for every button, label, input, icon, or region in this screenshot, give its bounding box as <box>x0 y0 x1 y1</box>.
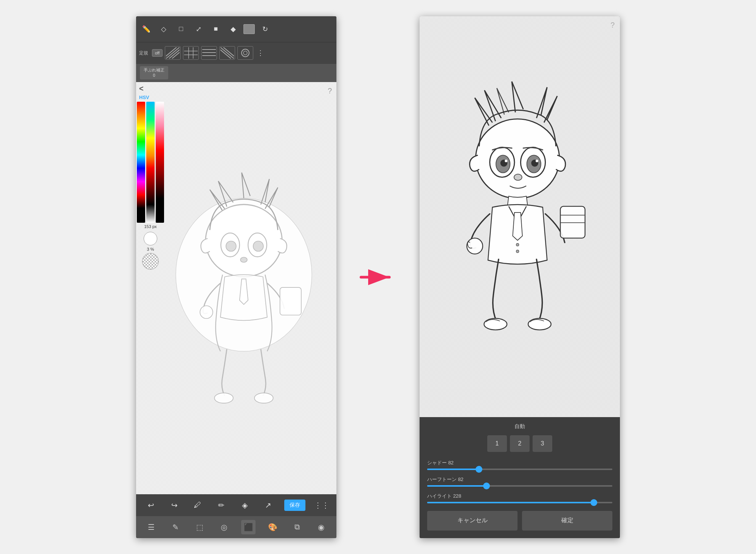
bottom-panel-right: 自動 1 2 3 シャドー 82 ハーフトーン <box>420 417 620 538</box>
palette-button[interactable]: 🎨 <box>265 520 280 534</box>
preset-buttons: 1 2 3 <box>427 435 612 452</box>
svg-point-14 <box>242 49 249 57</box>
ruler-menu-button[interactable]: ⋮ <box>257 49 264 57</box>
auto-label: 自動 <box>427 423 612 430</box>
shadow-slider-thumb[interactable] <box>476 466 482 473</box>
layers-button[interactable]: ⧉ <box>290 520 304 534</box>
preset-button-1[interactable]: 1 <box>487 435 507 452</box>
opacity-label: 3 % <box>147 247 154 251</box>
highlight-slider-track[interactable] <box>427 502 612 503</box>
ruler-label: 定規 <box>139 50 148 56</box>
fill-tool-btn[interactable]: ■ <box>209 22 223 36</box>
collapse-button[interactable]: < <box>139 84 144 93</box>
canvas-area-right[interactable]: ? <box>420 16 620 417</box>
opacity-preview <box>142 253 159 270</box>
arrow-container <box>359 266 397 289</box>
edit-button[interactable]: ✎ <box>168 520 183 534</box>
hsv-label[interactable]: HSV <box>139 95 149 100</box>
svg-point-40 <box>516 250 519 253</box>
ruler-pattern-horizontal[interactable] <box>201 46 217 60</box>
svg-point-26 <box>254 393 273 403</box>
brush-size-preview <box>144 232 157 245</box>
toolbar-bottom-2: ☰ ✎ ⬚ ◎ ⬛ 🎨 ⧉ ◉ <box>136 516 336 538</box>
svg-point-15 <box>243 51 247 55</box>
svg-line-11 <box>220 47 234 59</box>
target-button[interactable]: ◉ <box>314 520 328 534</box>
rect-tool-btn[interactable]: □ <box>174 22 188 36</box>
svg-point-23 <box>200 306 213 318</box>
color-tool-btn[interactable] <box>243 24 255 34</box>
brush-size-label: 153 px <box>144 224 156 229</box>
highlight-label: ハイライト 228 <box>427 493 612 500</box>
eraser-button[interactable]: ◈ <box>237 498 252 512</box>
help-icon-left[interactable]: ? <box>328 87 332 95</box>
stabilizer-button[interactable]: 手ぶれ補正 0 <box>140 66 168 79</box>
toolbar-ruler: 定規 off ⋮ <box>136 42 336 64</box>
left-panel: ✏️ ◇ □ ⤢ ■ ◆ ↻ 定規 off <box>136 16 336 538</box>
bucket-tool-btn[interactable]: ◆ <box>226 22 240 36</box>
toolbar-bottom-1: ↩ ↪ 🖊 ✏ ◈ ↗ 保存 ⋮⋮ <box>136 494 336 516</box>
cancel-button[interactable]: キャンセル <box>427 511 517 531</box>
pencil-button[interactable]: ✏ <box>214 498 228 512</box>
highlight-slider-fill <box>427 502 594 503</box>
ruler-off-button[interactable]: off <box>152 49 163 57</box>
halftone-label: ハーフトーン 82 <box>427 476 612 483</box>
menu-button[interactable]: ☰ <box>144 520 158 534</box>
canvas-area-left[interactable]: < HSV 153 px 3 % ? <box>136 82 336 494</box>
lasso-button[interactable]: ◎ <box>217 520 231 534</box>
main-container: ✏️ ◇ □ ⤢ ■ ◆ ↻ 定規 off <box>0 0 756 554</box>
halftone-slider-row: ハーフトーン 82 <box>427 476 612 487</box>
undo-button[interactable]: ↩ <box>144 498 158 512</box>
select-button[interactable]: ⬚ <box>193 520 207 534</box>
svg-line-0 <box>166 47 180 59</box>
grid-dots-button[interactable]: ⋮⋮ <box>314 498 329 512</box>
preset-button-3[interactable]: 3 <box>533 435 552 452</box>
svg-point-37 <box>536 160 538 162</box>
shadow-label: シャドー 82 <box>427 459 612 466</box>
export-button[interactable]: ↗ <box>261 498 275 512</box>
ruler-pattern-grid[interactable] <box>183 46 199 60</box>
svg-point-20 <box>226 241 236 251</box>
pencil-tool-btn[interactable]: ✏️ <box>139 22 153 36</box>
svg-point-22 <box>240 257 247 262</box>
hue-gradient[interactable] <box>137 102 145 223</box>
halftone-slider-track[interactable] <box>427 485 612 487</box>
highlight-slider-row: ハイライト 228 <box>427 493 612 503</box>
svg-point-46 <box>528 318 551 330</box>
svg-point-17 <box>206 204 282 276</box>
confirm-button[interactable]: 確定 <box>522 511 612 531</box>
svg-point-45 <box>484 318 507 330</box>
svg-point-38 <box>514 174 522 180</box>
shadow-slider-track[interactable] <box>427 469 612 470</box>
drawing-area-right <box>427 28 612 413</box>
preset-button-2[interactable]: 2 <box>510 435 530 452</box>
ruler-pattern-circles[interactable] <box>237 46 253 60</box>
svg-point-21 <box>253 241 263 251</box>
redo-circle-btn[interactable]: ↻ <box>258 22 272 36</box>
move-tool-btn[interactable]: ⤢ <box>191 22 206 36</box>
brush-active-button[interactable]: ⬛ <box>241 520 256 534</box>
shadow-slider-fill <box>427 469 479 470</box>
drawing-area-left <box>159 101 329 487</box>
svg-point-36 <box>505 160 507 162</box>
saturation-gradient[interactable] <box>146 102 155 223</box>
eraser-tool-btn[interactable]: ◇ <box>156 22 171 36</box>
highlight-slider-thumb[interactable] <box>590 499 597 506</box>
ruler-pattern-diagonal[interactable] <box>165 46 181 60</box>
redo-button[interactable]: ↪ <box>167 498 181 512</box>
save-button[interactable]: 保存 <box>284 500 305 511</box>
toolbar-top: ✏️ ◇ □ ⤢ ■ ◆ ↻ <box>136 16 336 42</box>
direction-arrow <box>359 266 397 289</box>
halftone-slider-fill <box>427 485 486 487</box>
svg-point-25 <box>214 393 233 403</box>
action-buttons: キャンセル 確定 <box>427 511 612 531</box>
svg-point-41 <box>467 238 483 254</box>
ruler-pattern-diagonal-alt[interactable] <box>219 46 235 60</box>
svg-rect-24 <box>280 287 301 315</box>
halftone-slider-thumb[interactable] <box>483 483 490 489</box>
right-panel: ? <box>420 16 620 538</box>
svg-point-39 <box>516 243 519 246</box>
shadow-slider-row: シャドー 82 <box>427 459 612 470</box>
pen-button[interactable]: 🖊 <box>191 498 205 512</box>
stabilizer-row: 手ぶれ補正 0 <box>136 64 336 82</box>
